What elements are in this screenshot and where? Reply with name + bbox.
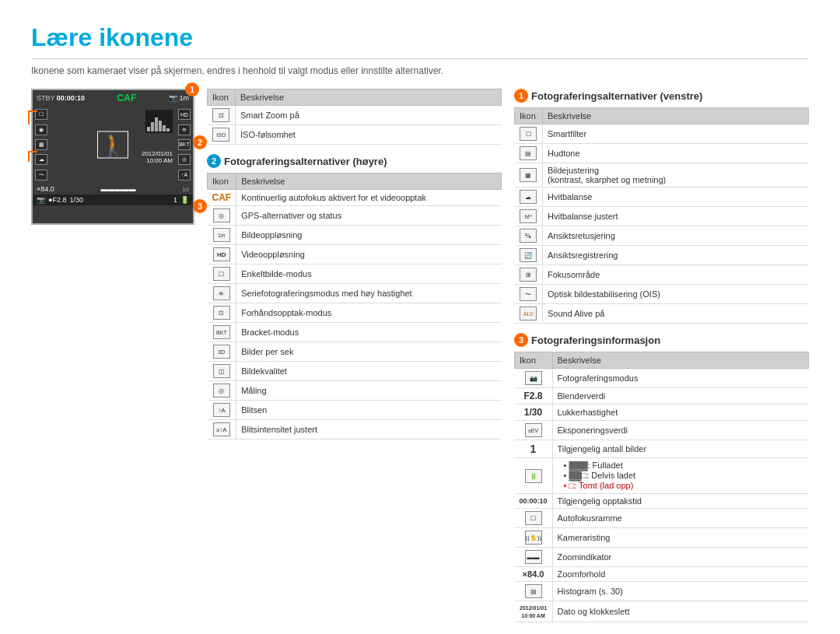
table-smart: Ikon Beskrivelse ⊡ Smart Zoom på ISO ISO… [207, 89, 502, 145]
table-row: ⊡ Forhåndsopptak-modus [208, 303, 502, 323]
table-row: ⊞ Fokusområde [515, 265, 809, 285]
table-row: BKT Bracket-modus [208, 323, 502, 342]
camera-screen: STBY 00:00:10 CAF 📷 1m ☐ ◉ ▦ ☁ 〜 [31, 89, 194, 225]
camera-panel: 1 2 3 STBY 00:00:10 CAF 📷 1m ☐ [31, 89, 194, 227]
table-row: ⅔ Ansiktsretusjering [515, 226, 809, 246]
table-row: ◎ Måling [208, 381, 502, 401]
table-row: 1 Tilgjengelig antall bilder [515, 440, 809, 458]
page-title: Lære ikonene [31, 23, 809, 59]
table-row: 00:00:10 Tilgjengelig opptakstid [515, 494, 809, 509]
col-desc-header: Beskrivelse [552, 352, 808, 369]
table-row: ▬▬ Zoomindikator [515, 548, 809, 567]
callout-3: 3 [193, 199, 210, 213]
table-row: ISO ISO-følsomhet [208, 125, 502, 145]
table-section3: Ikon Beskrivelse 📷 Fotograferingsmodus F… [514, 352, 809, 622]
table-row: ↑A Blitsen [208, 401, 502, 420]
table-row: ≋ Seriefotograferingsmodus med høy hasti… [208, 284, 502, 303]
col-desc-header: Beskrivelse [543, 108, 809, 124]
table-row: ±EV Eksponeringsverdi [515, 421, 809, 440]
table-row: 📷 Fotograferingsmodus [515, 369, 809, 388]
table-row: ◫ Bildekvalitet [208, 362, 502, 381]
table-row: 1m Bildeoppløsning [208, 226, 502, 245]
col-icon-header: Ikon [208, 173, 236, 190]
callout-2: 2 [193, 135, 210, 149]
table-row: ▤ Hudtone [515, 144, 809, 163]
table-row: 〜 Optisk bildestabilisering (OIS) [515, 285, 809, 304]
table-row: ⊡ Smart Zoom på [208, 106, 502, 125]
section-left: Ikon Beskrivelse ⊡ Smart Zoom på ISO ISO… [207, 89, 502, 632]
table-row: 2012/01/0110:00 AM Dato og klokkeslett [515, 601, 809, 622]
table-row: ☐ Smartfilter [515, 124, 809, 144]
page-subtitle: Ikonene som kameraet viser på skjermen, … [31, 65, 809, 76]
table-row: ▤ Histogram (s. 30) [515, 582, 809, 601]
table-row: ◎ GPS-alternativer og status [208, 206, 502, 226]
table-row: HD Videooppløsning [208, 245, 502, 264]
col-desc-header: Beskrivelse [236, 173, 502, 190]
col-icon-header: Ikon [208, 89, 236, 106]
col-desc-header: Beskrivelse [236, 89, 502, 106]
table-row: ☐ Enkeltbilde-modus [208, 264, 502, 284]
callout-1: 1 [185, 82, 199, 96]
table-row: F2.8 Blenderverdi [515, 388, 809, 405]
table-row: ((✋)) Kameraristing [515, 528, 809, 548]
table-row: 🔄 Ansiktsregistrering [515, 246, 809, 265]
table-section2: Ikon Beskrivelse CAF Kontinuerlig autofo… [207, 173, 502, 440]
section1-title: 1 Fotograferingsalternativer (venstre) [514, 89, 809, 103]
section-right: 1 Fotograferingsalternativer (venstre) I… [514, 89, 809, 632]
table-row: ▦ Bildejustering(kontrast, skarphet og m… [515, 163, 809, 187]
table-row: 🔋 ▓▓▓: Fulladet ▓▓□: Delvis ladet □: Tom… [515, 458, 809, 494]
section2-title: 2 Fotograferingsalternativer (høyre) [207, 154, 502, 168]
table-row: ×84.0 Zoomforhold [515, 567, 809, 582]
table-row: ALV Sound Alive på [515, 304, 809, 324]
table-row: 3D Bilder per sek [208, 342, 502, 362]
table-section1: Ikon Beskrivelse ☐ Smartfilter ▤ Hudtone [514, 107, 809, 324]
table-row: CAF Kontinuerlig autofokus aktivert for … [208, 190, 502, 206]
col-icon-header: Ikon [515, 352, 553, 369]
table-row: ☐ Autofokusramme [515, 509, 809, 528]
table-row: ☁ Hvitbalanse [515, 187, 809, 207]
table-row: ±↑A Blitsintensitet justert [208, 420, 502, 440]
table-row: 1/30 Lukkerhastighet [515, 405, 809, 421]
col-icon-header: Ikon [515, 108, 543, 124]
table-row: Mᴮ Hvitbalanse justert [515, 207, 809, 226]
section3-title: 3 Fotograferingsinformasjon [514, 333, 809, 347]
